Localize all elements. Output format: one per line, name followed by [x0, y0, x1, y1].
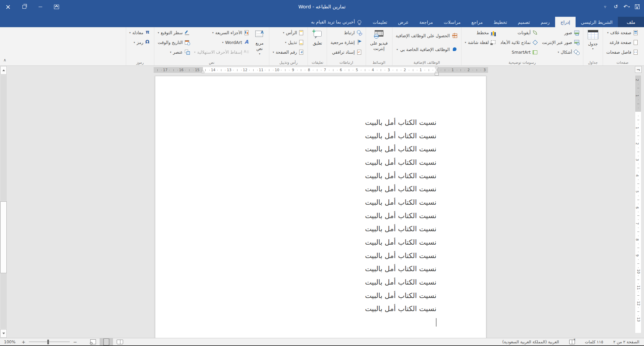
ruler-tick	[381, 69, 381, 71]
web-layout-button[interactable]	[87, 338, 100, 345]
tab-إدراج[interactable]: إدراج	[555, 17, 576, 27]
restore-button[interactable]	[16, 0, 32, 13]
comment-button[interactable]: +تعليق	[310, 28, 325, 59]
scrollbar-thumb[interactable]	[0, 201, 7, 273]
document-text-block[interactable]: نسيت الكتاب أمل بالبيتنسيت الكتاب أمل با…	[182, 116, 436, 315]
collapse-ribbon-button[interactable]: ∧	[3, 58, 6, 62]
tab-تصميم[interactable]: تصميم	[513, 17, 535, 27]
tab-مراسلات[interactable]: مراسلات	[438, 17, 466, 27]
header-icon	[299, 30, 304, 36]
zoom-slider[interactable]	[29, 342, 70, 342]
online-pictures-button[interactable]: صور عبر الإنترنت	[541, 38, 581, 47]
quick-parts-button[interactable]: الأجزاء السريعة▾	[211, 28, 251, 38]
zoom-in-button[interactable]: +	[19, 339, 28, 345]
online-video-button[interactable]: فيديو على إنترنت	[368, 28, 390, 59]
tab-تخطيط[interactable]: تخطيط	[488, 17, 512, 27]
smartart-button[interactable]: SmartArt	[510, 47, 539, 57]
zoom-out-button[interactable]: −	[71, 339, 79, 345]
vertical-scrollbar[interactable]	[0, 66, 7, 338]
document-page[interactable]: نسيت الكتاب أمل بالبيتنسيت الكتاب أمل با…	[155, 76, 486, 338]
document-line: نسيت الكتاب أمل بالبيت	[182, 276, 436, 289]
equation-button[interactable]: معادلة▾	[128, 28, 152, 38]
pictures-button[interactable]: صور	[563, 28, 581, 38]
cross-reference-button[interactable]: إسناد ترافقي	[331, 47, 364, 57]
indent-box-marker[interactable]	[435, 73, 439, 76]
tab-تعليمات[interactable]: تعليمات	[367, 17, 392, 27]
ruler-tick	[638, 267, 639, 268]
ruler-tick	[638, 307, 639, 308]
save-button[interactable]	[633, 2, 642, 11]
signature-line-button[interactable]: سطر التوقيع▾	[156, 28, 192, 38]
undo-button[interactable]: ↺	[611, 2, 621, 11]
scroll-down-button[interactable]	[0, 329, 7, 338]
three-d-icon	[532, 40, 538, 45]
ruler-number: 12	[637, 301, 641, 306]
chart-button[interactable]: مخطط	[475, 28, 498, 38]
read-mode-button[interactable]	[113, 338, 127, 345]
text-box-button[interactable]: مربع نص▾	[252, 28, 267, 59]
ribbon-group-body-header-footer: الرأس▾تذييل▾رقم الصفحة▾	[271, 28, 306, 59]
bookmark-icon	[357, 40, 362, 45]
customize-qat-button[interactable]: ▽	[600, 2, 610, 11]
close-button[interactable]: ×	[0, 0, 16, 13]
tab-الشريط الرئيسي[interactable]: الشريط الرئيسي	[576, 17, 618, 27]
ruler-tick	[637, 248, 639, 248]
tab-مراجعة[interactable]: مراجعة	[414, 17, 438, 27]
tell-me-box[interactable]: أخبرني بما تريد القيام به	[305, 17, 367, 27]
tab-file[interactable]: ملف	[618, 17, 644, 27]
word-count[interactable]: ١١٥ كلمات	[585, 340, 603, 344]
get-add-ins-button[interactable]: الحصول على الوظائف الإضافية	[394, 32, 459, 40]
tab-مراجع[interactable]: مراجع	[466, 17, 488, 27]
object-button[interactable]: عنصر▾	[169, 47, 192, 57]
drop-cap-button[interactable]: إسقاط الأحرف الاستهلالية▾	[193, 47, 251, 57]
date-time-button[interactable]: التاريخ والوقت	[156, 38, 191, 47]
tab-عرض[interactable]: عرض	[392, 17, 414, 27]
footer-button[interactable]: تذييل▾	[284, 38, 306, 47]
zoom-level[interactable]: 100%	[0, 340, 19, 344]
ruler-tick	[429, 69, 429, 71]
first-line-indent-marker[interactable]	[435, 67, 438, 70]
screenshot-button[interactable]: لقطة شاشة▾	[464, 38, 498, 47]
page-number-button[interactable]: رقم الصفحة▾	[271, 47, 306, 57]
shapes-button[interactable]: أشكال▾	[556, 47, 581, 57]
zoom-slider-handle[interactable]	[47, 340, 49, 344]
minimize-button[interactable]	[32, 0, 48, 13]
dropdown-arrow-icon: ▾	[222, 41, 223, 44]
hanging-indent-marker[interactable]	[435, 70, 438, 73]
link-button[interactable]: ارتباط	[342, 28, 363, 38]
bookmark-button[interactable]: إشارة مرجعية	[329, 38, 363, 47]
ribbon-column: الحصول على الوظائف الإضافيةالوظائف الإضا…	[394, 28, 459, 57]
blank-page-button[interactable]: صفحة فارغة	[608, 38, 640, 47]
ruler-text-area	[203, 67, 437, 73]
web-layout-icon	[90, 339, 96, 344]
print-layout-button[interactable]	[100, 338, 113, 345]
left-indent-marker[interactable]	[201, 70, 205, 73]
ruler-tick	[265, 70, 265, 70]
language-indicator[interactable]: العربية (المملكة العربية السعودية)	[502, 340, 559, 344]
ruler-tick	[638, 236, 639, 236]
icons-button[interactable]: أيقونات	[516, 28, 539, 38]
online-video-icon	[374, 30, 384, 39]
my-add-ins-button[interactable]: الوظائف الإضافية الخاصة بي▾	[394, 45, 459, 54]
ruler-tick	[637, 184, 639, 184]
vertical-ruler[interactable]: 1212345678910111213	[635, 76, 641, 333]
redo-button[interactable]: ↶▾	[622, 2, 631, 11]
ribbon-group-body-tables: جدول▾	[585, 28, 601, 59]
tab-stop-selector[interactable]: ¬	[635, 66, 642, 73]
page-indicator[interactable]: الصفحة ٢ من ٢	[613, 340, 639, 344]
ribbon-column: سطر التوقيع▾التاريخ والوقتعنصر▾	[156, 28, 192, 57]
tab-رسم[interactable]: رسم	[535, 17, 555, 27]
horizontal-ruler[interactable]: 1234567891011121314151617123	[154, 67, 488, 73]
table-button[interactable]: جدول▾	[585, 28, 601, 59]
scroll-up-button[interactable]	[0, 66, 7, 75]
page-break-button[interactable]: فاصل صفحات	[605, 47, 640, 57]
header-button[interactable]: الرأس▾	[281, 28, 306, 38]
cover-page-button[interactable]: صفحة غلاف▾	[606, 28, 640, 38]
wordart-button[interactable]: WordArt▾	[221, 38, 251, 47]
symbol-button[interactable]: رمز▾	[132, 38, 152, 47]
3d-models-button[interactable]: نماذج ثلاثية الأبعاد	[499, 38, 539, 47]
proofing-errors-icon[interactable]	[569, 340, 575, 344]
chart-icon	[490, 30, 496, 36]
ribbon-display-options-button[interactable]	[48, 0, 64, 13]
ribbon-group-label-header-footer: رأس وتذييل	[271, 59, 306, 65]
